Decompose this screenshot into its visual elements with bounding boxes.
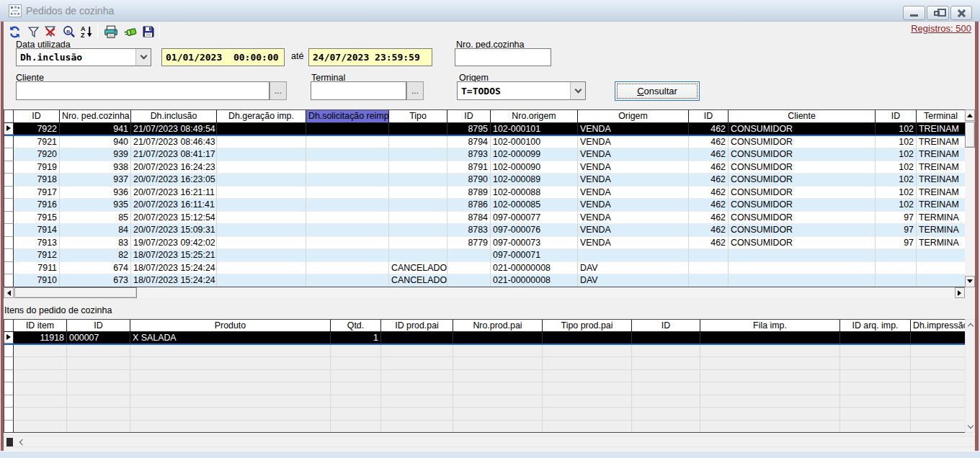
cell: VENDA	[578, 148, 689, 161]
data-utilizada-select[interactable]: Dh.inclusão	[16, 48, 151, 66]
cell	[389, 237, 447, 250]
column-header[interactable]: Qtd.	[331, 320, 381, 332]
table-row[interactable]: 791067318/07/2023 15:24:24CANCELADO021-0…	[4, 274, 966, 287]
column-header[interactable]: Nro. ped.cozinha	[60, 110, 131, 123]
orders-hscrollbar[interactable]	[4, 287, 965, 298]
date-to-field[interactable]	[308, 48, 432, 66]
column-header[interactable]: ID	[689, 110, 729, 123]
scrollbar-thumb[interactable]	[6, 438, 13, 446]
cell	[840, 370, 911, 383]
consultar-button[interactable]: Consultar	[615, 81, 700, 101]
close-button[interactable]	[950, 6, 972, 20]
table-row[interactable]: 792093921/07/2023 08:41:178793102-000099…	[4, 148, 966, 161]
items-vscrollbar[interactable]	[965, 319, 975, 433]
refresh-button[interactable]	[6, 24, 23, 40]
orders-vscrollbar[interactable]	[965, 109, 975, 287]
sort-az-button[interactable]: A Z	[78, 24, 95, 40]
table-row[interactable]: 79128218/07/2023 15:25:21097-000071	[4, 249, 966, 262]
date-from-field[interactable]	[161, 48, 285, 66]
table-row[interactable]: 791793620/07/2023 16:21:118789102-000088…	[4, 187, 966, 199]
grid-header-row: IDNro. ped.cozinhaDh.inclusãoDh.geração …	[4, 110, 966, 123]
print-button[interactable]	[102, 24, 120, 40]
origem-select[interactable]: T=TODOS	[457, 81, 586, 100]
cell	[331, 408, 381, 421]
cell	[700, 345, 840, 358]
table-row[interactable]: 792194021/07/2023 08:46:438794102-000100…	[4, 136, 966, 149]
column-header[interactable]: Dh.geração imp.	[217, 110, 306, 123]
filter-button[interactable]	[24, 24, 42, 40]
table-row[interactable]: 791893720/07/2023 16:23:058790102-000089…	[4, 174, 966, 187]
table-row[interactable]: 79148420/07/2023 15:09:318783097-000076V…	[4, 224, 966, 237]
nro-ped-input[interactable]	[455, 48, 551, 66]
row-indicator	[4, 187, 14, 199]
row-indicator	[4, 395, 14, 408]
dropdown-button[interactable]	[135, 49, 151, 66]
cell	[306, 174, 389, 187]
column-header[interactable]: ID arq. imp.	[840, 320, 911, 332]
cell: 102	[876, 187, 917, 199]
cell: 18/07/2023 15:24:24	[131, 262, 217, 275]
cell	[217, 237, 306, 250]
empty-row	[4, 395, 966, 408]
column-header[interactable]: Tipo	[389, 110, 447, 123]
column-header[interactable]: Origem	[578, 110, 689, 123]
erase-button[interactable]	[121, 24, 138, 40]
cell	[700, 382, 840, 395]
column-header[interactable]: Tipo prod.pai	[543, 320, 632, 332]
cell	[306, 212, 389, 225]
cell	[700, 332, 840, 344]
clear-filter-button[interactable]	[42, 24, 59, 40]
terminal-browse-button[interactable]: ...	[406, 81, 424, 100]
scrollbar-thumb[interactable]	[14, 287, 137, 298]
scrollbar-thumb[interactable]	[965, 122, 975, 148]
column-header[interactable]: Nro.prod.pai	[453, 320, 543, 332]
scroll-up-button[interactable]	[965, 109, 975, 121]
cliente-browse-button[interactable]: ...	[270, 81, 287, 100]
minimize-button[interactable]	[903, 6, 925, 20]
cell: 462	[689, 123, 729, 135]
table-row[interactable]: 79138319/07/2023 09:42:028779097-000073V…	[4, 237, 966, 250]
column-header[interactable]: Dh.inclusão	[131, 110, 217, 123]
column-header[interactable]: ID	[876, 110, 917, 123]
cell	[911, 421, 966, 434]
column-header[interactable]: Dh.impressão	[911, 320, 966, 332]
restore-button[interactable]	[927, 6, 949, 20]
print-icon	[104, 25, 118, 39]
registros-link[interactable]: Registros: 500	[911, 23, 971, 34]
table-row[interactable]: 791993820/07/2023 16:24:238791102-000090…	[4, 161, 966, 174]
column-header[interactable]: ID	[447, 110, 491, 123]
table-row[interactable]: 792294121/07/2023 08:49:548795102-000101…	[4, 123, 966, 136]
column-header[interactable]: Cliente	[729, 110, 876, 123]
items-hscrollbar[interactable]	[4, 436, 975, 447]
column-header[interactable]: Nro.origem	[491, 110, 578, 123]
cliente-input[interactable]	[16, 81, 270, 100]
terminal-input[interactable]	[311, 81, 406, 100]
scroll-left-button[interactable]	[4, 287, 14, 298]
scroll-right-button[interactable]	[955, 287, 965, 298]
column-header[interactable]: Dh.solicitação reimp.	[306, 110, 389, 123]
cell: 97	[876, 237, 917, 250]
scroll-down-button[interactable]	[965, 276, 975, 287]
table-row[interactable]: 11918000007X SALADA1	[4, 332, 966, 345]
save-button[interactable]	[140, 24, 157, 40]
cell	[381, 382, 453, 395]
column-header[interactable]: Produto	[130, 320, 331, 332]
cell	[632, 382, 700, 395]
cell: DAV	[578, 262, 689, 275]
cell	[217, 174, 306, 187]
table-row[interactable]: 791693520/07/2023 16:11:418786102-000085…	[4, 199, 966, 212]
table-row[interactable]: 79158520/07/2023 15:12:548784097-000077V…	[4, 212, 966, 225]
search-button[interactable]: n	[61, 24, 78, 40]
table-row[interactable]: 791167418/07/2023 15:24:24CANCELADO021-0…	[4, 262, 966, 275]
cell	[217, 224, 306, 237]
column-header[interactable]: ID	[632, 320, 700, 332]
column-header[interactable]: ID item	[14, 320, 67, 332]
column-header[interactable]: Terminal	[917, 110, 966, 123]
dropdown-button[interactable]	[570, 82, 585, 99]
column-header[interactable]: ID prod.pai	[381, 320, 453, 332]
column-header[interactable]: ID	[14, 110, 60, 123]
items-section-title: Itens do pedido de cozinha	[4, 305, 112, 315]
cell	[217, 212, 306, 225]
column-header[interactable]: Fila imp.	[700, 320, 840, 332]
column-header[interactable]: ID	[67, 320, 130, 332]
